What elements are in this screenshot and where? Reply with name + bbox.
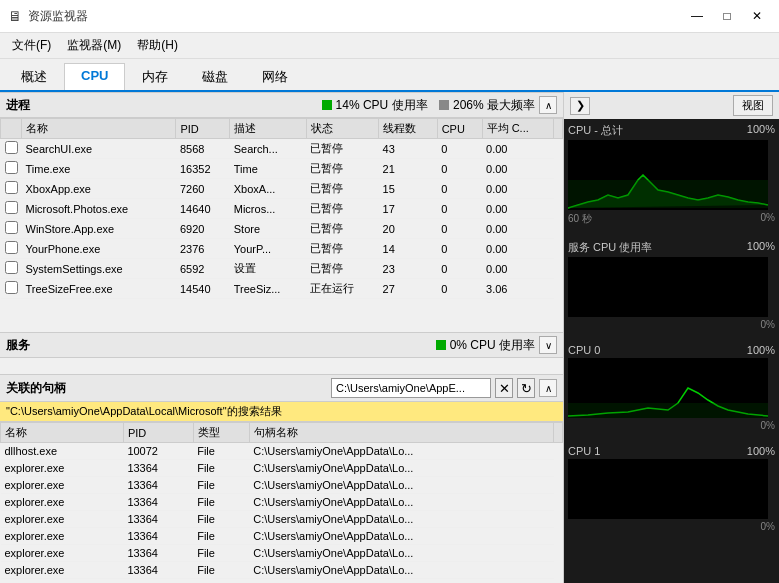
- process-checkbox[interactable]: [5, 201, 18, 214]
- close-button[interactable]: ✕: [743, 6, 771, 26]
- process-status: 已暂停: [306, 139, 379, 159]
- minimize-button[interactable]: —: [683, 6, 711, 26]
- list-item[interactable]: explorer.exe 13364 File C:\Users\amiyOne…: [1, 511, 563, 528]
- right-panel-view-button[interactable]: 视图: [733, 95, 773, 116]
- process-checkbox[interactable]: [5, 221, 18, 234]
- tab-cpu[interactable]: CPU: [64, 63, 125, 90]
- handle-path: C:\Users\amiyOne\AppData\Lo...: [249, 511, 553, 528]
- tab-disk[interactable]: 磁盘: [185, 63, 245, 90]
- table-row[interactable]: WinStore.App.exe 6920 Store 已暂停 20 0 0.0…: [1, 219, 563, 239]
- process-cpu: 0: [437, 219, 482, 239]
- process-col-status[interactable]: 状态: [306, 119, 379, 139]
- process-checkbox[interactable]: [5, 281, 18, 294]
- handle-type: File: [193, 494, 249, 511]
- process-col-avg[interactable]: 平均 C...: [482, 119, 553, 139]
- process-col-scroll: [554, 119, 563, 139]
- process-cpu: 0: [437, 179, 482, 199]
- graph-cpu1-label: CPU 1 100%: [568, 445, 775, 457]
- process-name: YourPhone.exe: [22, 239, 176, 259]
- handle-name: dllhost.exe: [1, 443, 124, 460]
- title-bar-controls: — □ ✕: [683, 6, 771, 26]
- handles-col-name[interactable]: 名称: [1, 423, 124, 443]
- process-checkbox[interactable]: [5, 181, 18, 194]
- process-cpu: 0: [437, 159, 482, 179]
- process-col-name[interactable]: 名称: [22, 119, 176, 139]
- handles-search-input[interactable]: [331, 378, 491, 398]
- list-item[interactable]: explorer.exe 13364 File C:\Users\amiyOne…: [1, 528, 563, 545]
- process-threads: 23: [379, 259, 438, 279]
- process-col-desc[interactable]: 描述: [230, 119, 306, 139]
- process-col-threads[interactable]: 线程数: [379, 119, 438, 139]
- handles-collapse-button[interactable]: ∧: [539, 379, 557, 397]
- list-item[interactable]: explorer.exe 13364 File C:\Users\amiyOne…: [1, 545, 563, 562]
- process-collapse-button[interactable]: ∧: [539, 96, 557, 114]
- menu-file[interactable]: 文件(F): [4, 35, 59, 56]
- table-row[interactable]: SearchUI.exe 8568 Search... 已暂停 43 0 0.0…: [1, 139, 563, 159]
- services-cpu-usage: 0% CPU 使用率: [450, 337, 535, 354]
- process-threads: 15: [379, 179, 438, 199]
- list-item[interactable]: explorer.exe 13364 File C:\Users\amiyOne…: [1, 460, 563, 477]
- services-collapse-button[interactable]: ∨: [539, 336, 557, 354]
- process-checkbox[interactable]: [5, 161, 18, 174]
- process-avg: 0.00: [482, 199, 553, 219]
- table-row[interactable]: Time.exe 16352 Time 已暂停 21 0 0.00: [1, 159, 563, 179]
- handles-search-x-button[interactable]: ✕: [495, 378, 513, 398]
- process-status: 正在运行: [306, 279, 379, 299]
- process-pid: 2376: [176, 239, 230, 259]
- process-label: 进程: [6, 97, 30, 114]
- graph-cpu1-canvas: [568, 459, 768, 519]
- menu-monitor[interactable]: 监视器(M): [59, 35, 129, 56]
- cpu-indicator-green: [322, 100, 332, 110]
- handles-col-pid[interactable]: PID: [123, 423, 193, 443]
- process-status: 已暂停: [306, 219, 379, 239]
- graph-cpu-total-canvas: [568, 140, 768, 210]
- handle-path: C:\Users\amiyOne\AppData\Lo...: [249, 545, 553, 562]
- handle-name: explorer.exe: [1, 477, 124, 494]
- graph-cpu0-bottom: 0%: [568, 420, 775, 431]
- list-item[interactable]: dllhost.exe 10072 File C:\Users\amiyOne\…: [1, 443, 563, 460]
- handles-refresh-button[interactable]: ↻: [517, 378, 535, 398]
- process-col-checkbox: [1, 119, 22, 139]
- handle-path: C:\Users\amiyOne\AppData\Lo...: [249, 562, 553, 579]
- tab-overview[interactable]: 概述: [4, 63, 64, 90]
- process-name: Microsoft.Photos.exe: [22, 199, 176, 219]
- process-checkbox[interactable]: [5, 241, 18, 254]
- handles-col-type[interactable]: 类型: [193, 423, 249, 443]
- tab-memory[interactable]: 内存: [125, 63, 185, 90]
- process-desc: 设置: [230, 259, 306, 279]
- table-row[interactable]: TreeSizeFree.exe 14540 TreeSiz... 正在运行 2…: [1, 279, 563, 299]
- restore-button[interactable]: □: [713, 6, 741, 26]
- services-indicator: [436, 340, 446, 350]
- process-cpu-usage: 14% CPU 使用率: [336, 97, 428, 114]
- list-item[interactable]: explorer.exe 13364 File C:\Users\amiyOne…: [1, 494, 563, 511]
- handle-type: File: [193, 511, 249, 528]
- table-row[interactable]: Microsoft.Photos.exe 14640 Micros... 已暂停…: [1, 199, 563, 219]
- graph-cpu-total-bottom: 60 秒 0%: [568, 212, 775, 226]
- handles-label: 关联的句柄: [6, 380, 66, 397]
- process-table-container[interactable]: 名称 PID 描述 状态 线程数 CPU 平均 C... SearchUI.ex…: [0, 118, 563, 332]
- process-desc: Time: [230, 159, 306, 179]
- table-row[interactable]: XboxApp.exe 7260 XboxA... 已暂停 15 0 0.00: [1, 179, 563, 199]
- tab-network[interactable]: 网络: [245, 63, 305, 90]
- handles-table-container[interactable]: 名称 PID 类型 句柄名称 dllhost.exe 10072 File C:…: [0, 422, 563, 583]
- table-row[interactable]: YourPhone.exe 2376 YourP... 已暂停 14 0 0.0…: [1, 239, 563, 259]
- title-bar-left: 🖥 资源监视器: [8, 8, 88, 25]
- handle-pid: 13364: [123, 562, 193, 579]
- process-threads: 14: [379, 239, 438, 259]
- menu-help[interactable]: 帮助(H): [129, 35, 186, 56]
- process-checkbox[interactable]: [5, 141, 18, 154]
- right-panel-expand-button[interactable]: ❯: [570, 97, 590, 115]
- process-col-pid[interactable]: PID: [176, 119, 230, 139]
- process-pid: 7260: [176, 179, 230, 199]
- table-row[interactable]: SystemSettings.exe 6592 设置 已暂停 23 0 0.00: [1, 259, 563, 279]
- window-icon: 🖥: [8, 8, 22, 24]
- process-col-cpu[interactable]: CPU: [437, 119, 482, 139]
- process-section: 进程 14% CPU 使用率 206% 最大频率 ∧ 名称: [0, 92, 563, 332]
- list-item[interactable]: explorer.exe 13364 File C:\Users\amiyOne…: [1, 562, 563, 579]
- handles-col-handle[interactable]: 句柄名称: [249, 423, 553, 443]
- process-checkbox[interactable]: [5, 261, 18, 274]
- list-item[interactable]: explorer.exe 13364 File C:\Users\amiyOne…: [1, 477, 563, 494]
- handles-table: 名称 PID 类型 句柄名称 dllhost.exe 10072 File C:…: [0, 422, 563, 579]
- process-desc: TreeSiz...: [230, 279, 306, 299]
- process-name: TreeSizeFree.exe: [22, 279, 176, 299]
